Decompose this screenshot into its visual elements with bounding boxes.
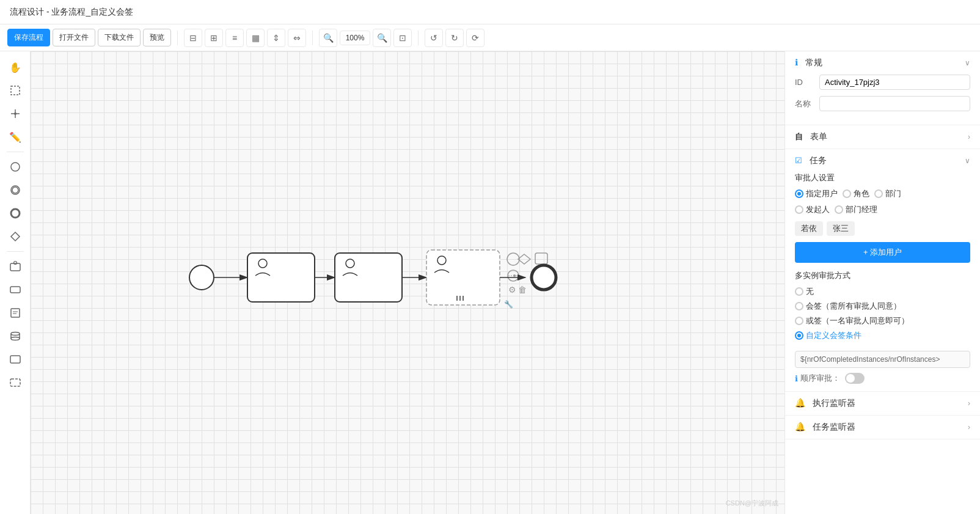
refresh-icon[interactable]: ⟳ (466, 29, 485, 47)
radio-initiator[interactable]: 发起人 (795, 204, 830, 215)
pencil-tool[interactable]: ✏️ (4, 126, 26, 148)
sequential-label-text: 顺序审批： (800, 373, 840, 384)
radio-initiator-label: 发起人 (806, 204, 830, 215)
open-button[interactable]: 打开文件 (53, 29, 95, 46)
execution-listener-chevron: › (968, 399, 970, 408)
redo-icon[interactable]: ↻ (445, 29, 464, 47)
radio-custom-sign-label: 自定义会签条件 (806, 330, 861, 341)
execution-listener-header[interactable]: 🔔 执行监听器 › (785, 392, 980, 415)
download-button[interactable]: 下载文件 (98, 29, 141, 46)
resize-tool[interactable] (4, 103, 26, 125)
database-tool[interactable] (4, 325, 26, 347)
radio-role[interactable]: 角色 (843, 188, 869, 199)
id-field-row: ID (795, 75, 970, 90)
name-field-row: 名称 (795, 96, 970, 111)
align-right-icon[interactable]: ≡ (225, 29, 244, 47)
user-tag-zhangsan[interactable]: 张三 (827, 221, 855, 236)
end-event-tool[interactable] (4, 202, 26, 224)
radio-specified-user[interactable]: 指定用户 (795, 188, 838, 199)
end-event[interactable] (532, 265, 556, 290)
task-header-left: ☑ 任务 (795, 155, 827, 166)
watermark: CSDN@宁波阿成 (726, 499, 778, 508)
gateway-tool[interactable] (4, 226, 26, 248)
condition-input[interactable] (795, 351, 970, 368)
approver-radio-row1: 指定用户 角色 部门 (795, 188, 970, 199)
execution-listener-title: 执行监听器 (813, 398, 855, 408)
select-tool[interactable] (4, 79, 26, 101)
task-listener-title: 任务监听器 (813, 422, 855, 431)
canvas-area[interactable]: ⚙ 🗑 🔧 CSDN@宁波阿成 (31, 51, 784, 514)
tool-separator-2 (7, 251, 24, 252)
main-layout: ✋ ✏️ (0, 51, 980, 514)
general-section-content: ID 名称 (785, 75, 980, 125)
distribute-v-icon[interactable]: ⇕ (267, 29, 285, 47)
hand-tool[interactable]: ✋ (4, 56, 26, 78)
subprocess-tool[interactable] (4, 348, 26, 370)
start-event-tool[interactable] (4, 156, 26, 178)
general-section: ℹ 常规 ∨ ID 名称 (785, 51, 980, 125)
radio-orsign[interactable]: 或签（一名审批人同意即可） (795, 315, 970, 326)
user-task-tool[interactable] (4, 255, 26, 277)
svg-rect-20 (10, 379, 20, 386)
group-tool[interactable] (4, 372, 26, 394)
save-button[interactable]: 保存流程 (7, 29, 50, 46)
right-panel: ℹ 常规 ∨ ID 名称 自 表单 (784, 51, 980, 514)
zoom-in-icon[interactable]: 🔍 (319, 29, 337, 47)
intermediate-event-tool[interactable] (4, 179, 26, 201)
form-icon: 自 (795, 132, 803, 141)
radio-orsign-label: 或签（一名审批人同意即可） (806, 315, 909, 326)
task-tool[interactable] (4, 279, 26, 301)
add-user-button[interactable]: + 添加用户 (795, 242, 970, 263)
user-tag-ruoyi[interactable]: 若依 (795, 221, 823, 236)
distribute-h-icon[interactable]: ⇔ (288, 29, 306, 47)
bell-icon-task: 🔔 (795, 422, 805, 431)
undo-icon[interactable]: ↺ (425, 29, 443, 47)
context-wrench[interactable]: 🔧 (504, 299, 513, 309)
context-delete[interactable]: 🗑 (518, 285, 527, 295)
radio-custom-sign-circle (795, 331, 803, 340)
general-section-header[interactable]: ℹ 常规 ∨ (785, 51, 980, 75)
script-task-tool[interactable] (4, 302, 26, 324)
svg-rect-11 (10, 287, 20, 293)
task-section-content: 审批人设置 指定用户 角色 部门 (785, 172, 980, 391)
radio-countersign[interactable]: 会签（需所有审批人同意） (795, 301, 970, 312)
toolbar: 保存流程 打开文件 下载文件 预览 ⊟ ⊞ ≡ ▦ ⇕ ⇔ 🔍 100% 🔍 ⊡… (0, 24, 980, 51)
radio-specified-user-label: 指定用户 (806, 188, 838, 199)
task-listener-header[interactable]: 🔔 任务监听器 › (785, 416, 980, 439)
sequential-toggle[interactable] (845, 373, 865, 384)
task-2[interactable] (335, 253, 402, 302)
zoom-out-icon[interactable]: 🔍 (373, 29, 391, 47)
context-settings[interactable]: ⚙ (508, 285, 516, 295)
radio-dept[interactable]: 部门 (874, 188, 901, 199)
radio-none[interactable]: 无 (795, 286, 970, 297)
id-input[interactable] (819, 75, 970, 90)
preview-button[interactable]: 预览 (143, 29, 171, 46)
context-diamond[interactable] (518, 254, 530, 264)
general-title: 常规 (805, 57, 822, 67)
task-1[interactable] (247, 253, 315, 302)
radio-dept-manager[interactable]: 部门经理 (835, 204, 877, 215)
radio-custom-sign[interactable]: 自定义会签条件 (795, 330, 970, 341)
align-left-icon[interactable]: ⊟ (184, 29, 202, 47)
radio-orsign-circle (795, 317, 803, 325)
name-input[interactable] (819, 96, 970, 111)
execution-listener-left: 🔔 执行监听器 (795, 398, 855, 409)
svg-point-15 (11, 332, 20, 336)
form-section-header[interactable]: 自 表单 › (785, 125, 980, 149)
radio-dept-manager-circle (835, 205, 843, 214)
toolbar-divider-2 (312, 31, 313, 45)
context-user[interactable] (535, 253, 547, 264)
task-listener-left: 🔔 任务监听器 (795, 422, 855, 433)
start-event[interactable] (189, 265, 214, 290)
radio-role-circle (843, 189, 851, 198)
svg-rect-19 (10, 356, 20, 363)
general-header-left: ℹ 常规 (795, 57, 822, 68)
svg-point-4 (11, 163, 20, 171)
fit-screen-icon[interactable]: ⊡ (393, 29, 412, 47)
align-center-icon[interactable]: ⊞ (205, 29, 223, 47)
multi-instance-label: 多实例审批方式 (795, 270, 970, 281)
task-section-header[interactable]: ☑ 任务 ∨ (785, 149, 980, 172)
bar-chart-icon[interactable]: ▦ (246, 29, 265, 47)
toolbar-divider-3 (418, 31, 419, 45)
tool-separator-1 (7, 152, 24, 152)
